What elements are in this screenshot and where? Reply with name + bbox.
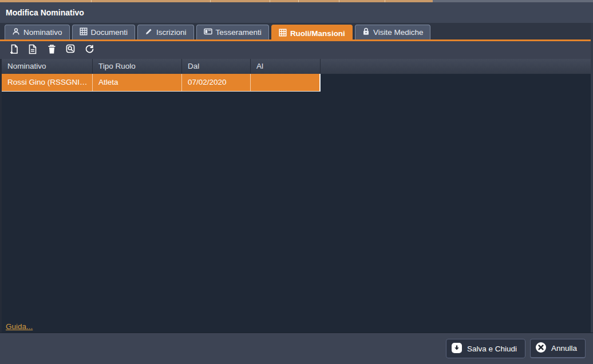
- tab-ruoli-mansioni[interactable]: Ruoli/Mansioni: [271, 25, 353, 41]
- save-icon: [451, 342, 462, 355]
- column-header-nominativo[interactable]: Nominativo: [2, 59, 93, 74]
- table-icon: [279, 29, 287, 38]
- new-record-button[interactable]: [9, 45, 19, 56]
- close-icon: [535, 342, 547, 355]
- cancel-button-label: Annulla: [551, 344, 577, 353]
- tab-label: Visite Mediche: [373, 28, 424, 37]
- person-icon: [12, 27, 20, 37]
- tab-label: Iscrizioni: [156, 28, 187, 37]
- cell-nominativo: Rossi Gino (RSSGNI…: [2, 74, 93, 91]
- pencil-icon: [145, 27, 153, 37]
- cell-dal: 07/02/2020: [182, 74, 251, 91]
- lock-icon: [362, 27, 370, 37]
- delete-record-button[interactable]: [46, 45, 57, 56]
- tab-bar: Nominativo Documenti Iscrizioni Tesseram…: [0, 23, 593, 41]
- dialog-footer: Salva e Chiudi Annulla: [0, 333, 593, 364]
- tab-label: Documenti: [91, 28, 128, 37]
- cell-al: [251, 74, 319, 91]
- save-and-close-button[interactable]: Salva e Chiudi: [446, 339, 525, 358]
- refresh-icon: [85, 44, 94, 56]
- refresh-button[interactable]: [84, 45, 94, 56]
- column-header-al[interactable]: Al: [251, 59, 321, 74]
- document-icon: [28, 44, 37, 57]
- dialog-title-bar: Modifica Nominativo: [0, 2, 593, 23]
- card-icon: [204, 27, 212, 37]
- tab-tesseramenti[interactable]: Tesseramenti: [196, 25, 269, 39]
- table-icon: [80, 27, 88, 37]
- grid-toolbar: [0, 41, 593, 59]
- modifica-nominativo-window: Modifica Nominativo Nominativo Documenti: [0, 0, 593, 364]
- tab-label: Ruoli/Mansioni: [290, 29, 345, 38]
- tab-label: Tesseramenti: [216, 28, 262, 37]
- window-right-edge: [591, 23, 593, 333]
- table-row-selected[interactable]: Rossi Gino (RSSGNI… Atleta 07/02/2020: [2, 74, 321, 92]
- tab-documenti[interactable]: Documenti: [72, 25, 136, 39]
- tab-nominativo[interactable]: Nominativo: [5, 25, 70, 39]
- dialog-title: Modifica Nominativo: [6, 8, 84, 17]
- search-document-icon: [66, 44, 76, 56]
- tab-iscrizioni[interactable]: Iscrizioni: [137, 25, 194, 39]
- column-header-dal[interactable]: Dal: [182, 59, 251, 74]
- open-record-button[interactable]: [27, 45, 38, 56]
- cell-tipo-ruolo: Atleta: [93, 74, 182, 91]
- document-add-icon: [9, 44, 19, 57]
- trash-icon: [48, 44, 56, 57]
- grid-header-row: Nominativo Tipo Ruolo Dal Al: [2, 59, 593, 74]
- column-header-filler: [321, 59, 593, 74]
- help-link[interactable]: Guida...: [6, 322, 33, 331]
- cancel-button[interactable]: Annulla: [530, 339, 586, 358]
- column-header-tipo-ruolo[interactable]: Tipo Ruolo: [93, 59, 182, 74]
- tab-label: Nominativo: [23, 28, 62, 37]
- preview-record-button[interactable]: [65, 45, 76, 56]
- save-button-label: Salva e Chiudi: [467, 345, 517, 353]
- window-left-edge: [0, 59, 2, 333]
- tab-visite-mediche[interactable]: Visite Mediche: [355, 25, 431, 39]
